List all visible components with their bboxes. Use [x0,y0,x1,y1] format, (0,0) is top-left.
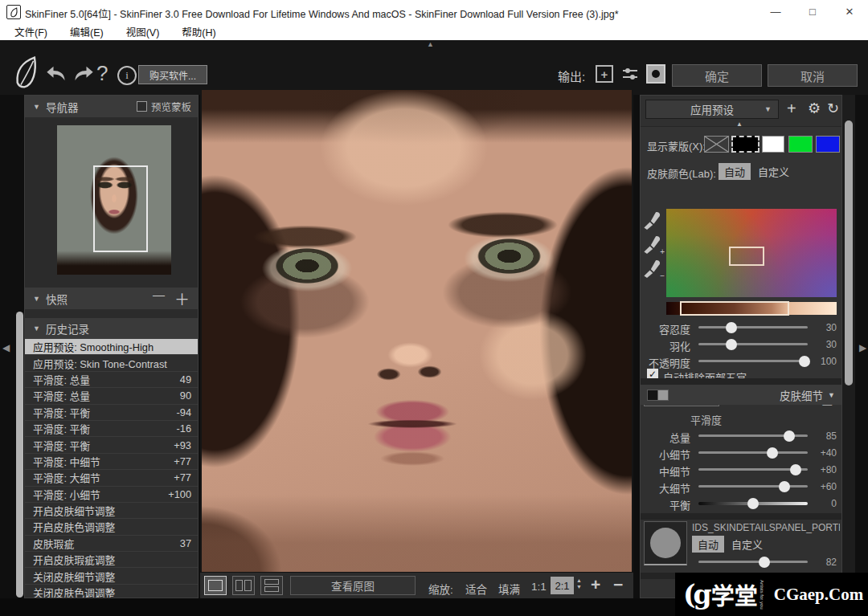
amount-slider-thumb[interactable] [784,430,795,442]
history-row[interactable]: 平滑度: 小细节+100 [25,487,198,503]
luminance-bar[interactable] [666,302,837,315]
history-row[interactable]: 平滑度: 大细节+77 [25,470,198,486]
view-single-button[interactable] [204,576,227,595]
large-detail-slider[interactable] [698,485,808,487]
history-row[interactable]: 开启皮肤色调调整 [25,519,198,535]
history-row[interactable]: 应用预设: Skin Tone-Contrast [25,355,198,371]
close-button[interactable]: ✕ [831,0,868,22]
menu-view[interactable]: 视图(V) [115,24,171,39]
cancel-button[interactable]: 取消 [768,64,858,87]
buy-software-button[interactable]: 购买软件... [138,65,207,84]
snapshots-collapse-icon[interactable]: ▼ [33,295,40,303]
eyedropper-add-icon[interactable]: + [642,235,663,255]
history-collapse-icon[interactable]: ▼ [33,324,40,332]
history-row[interactable]: 开启皮肤瑕疵调整 [25,552,198,568]
history-row[interactable]: 平滑度: 中细节+77 [25,454,198,470]
preview-mask-checkbox-box[interactable] [137,101,147,112]
eyedropper-remove-icon[interactable]: − [642,259,663,279]
small-detail-slider-thumb[interactable] [767,447,778,459]
menu-file[interactable]: 文件(F) [0,24,59,39]
mask-color-blue-swatch[interactable] [816,136,840,153]
medium-detail-slider-thumb[interactable] [790,464,801,475]
zoom-out-button[interactable]: − [613,575,623,594]
history-row[interactable]: 平滑度: 总量49 [25,372,198,388]
mask-color-none-swatch[interactable] [704,136,729,153]
history-more-icon[interactable]: ▾ [108,588,111,595]
balance-slider-thumb[interactable] [747,498,759,509]
zoom-fit-option[interactable]: 适合 [465,581,487,597]
skin-detail-header[interactable]: 皮肤细节 ▼ [641,385,841,405]
skin-color-auto-button[interactable]: 自动 [719,163,751,180]
portrait-auto-button[interactable]: 自动 [692,536,724,553]
history-header[interactable]: ▼ 历史记录 [25,318,198,339]
preset-refresh-icon[interactable]: ↻ [827,100,839,117]
undo-button[interactable] [45,64,68,87]
mask-color-white-swatch[interactable] [762,136,784,153]
preset-gear-icon[interactable]: ⚙ [808,100,821,117]
view-split-vertical-button[interactable] [232,576,255,595]
skin-color-field[interactable] [666,209,837,297]
snapshot-remove-icon[interactable]: — [153,288,165,309]
amount-slider[interactable] [698,434,808,437]
help-icon[interactable]: ? [96,61,108,86]
photo-preview[interactable] [202,90,632,572]
skin-detail-collapse-icon[interactable]: ▼ [828,391,835,399]
history-row[interactable]: 皮肤瑕疵37 [25,536,198,552]
history-row[interactable]: 关闭皮肤色调调整 [25,585,198,598]
small-detail-slider[interactable] [698,451,808,454]
info-icon[interactable]: i [117,66,137,85]
history-row[interactable]: 开启皮肤细节调整 [25,503,198,519]
collapse-right-panel-icon[interactable]: ▶ [859,342,866,353]
portrait-custom-button[interactable]: 自定义 [726,536,768,553]
history-row[interactable]: 平滑度: 平衡-94 [25,405,198,421]
balance-slider[interactable] [698,502,808,505]
preview-mask-checkbox[interactable]: 预览蒙板 [137,99,191,114]
navigator-collapse-icon[interactable]: ▼ [33,103,40,111]
menu-edit[interactable]: 编辑(E) [59,24,115,39]
skin-detail-toggle[interactable] [647,390,669,401]
snapshot-add-icon[interactable]: ＋ [174,288,190,309]
mask-color-green-swatch[interactable] [788,136,813,153]
mask-color-black-swatch-selected[interactable] [731,136,760,153]
menu-help[interactable]: 帮助(H) [170,24,227,39]
zoom-1-1-option[interactable]: 1:1 [531,581,547,593]
output-preview-icon[interactable] [646,64,665,84]
right-scrollbar[interactable] [845,120,853,386]
eyedropper-icon[interactable] [642,210,663,231]
history-row[interactable]: 平滑度: 总量90 [25,388,198,404]
ok-button[interactable]: 确定 [672,64,762,87]
output-add-icon[interactable]: + [595,64,614,84]
collapse-top-arrow-icon[interactable]: ▲ [427,40,434,48]
opacity-slider-thumb[interactable] [799,356,810,367]
collapse-left-panel-icon[interactable]: ◀ [2,342,10,353]
zoom-fill-option[interactable]: 填满 [498,581,520,597]
zoom-spinner[interactable]: ▲ ▼ [576,577,582,589]
navigator-header[interactable]: ▼ 导航器 预览蒙板 [25,96,198,117]
opacity-slider[interactable] [698,360,808,362]
tolerance-slider[interactable] [698,326,808,328]
zoom-in-button[interactable]: + [591,575,600,594]
output-settings-icon[interactable] [620,64,640,84]
portrait-slider-thumb[interactable] [759,557,770,568]
skin-color-selection-rect[interactable] [729,247,764,266]
left-scrollbar[interactable] [16,312,23,598]
apply-preset-dropdown[interactable]: 应用预设 ▼ [645,100,779,119]
feather-slider-thumb[interactable] [726,339,737,350]
snapshots-header[interactable]: ▼ 快照 — ＋ [25,288,198,309]
medium-detail-slider[interactable] [698,468,808,471]
view-original-button[interactable]: 查看原图 [290,576,416,595]
luminance-selection-rect[interactable] [680,301,789,316]
history-row[interactable]: 关闭皮肤细节调整 [25,568,198,584]
tolerance-slider-thumb[interactable] [726,322,737,333]
feather-slider[interactable] [698,343,808,345]
view-split-horizontal-button[interactable] [260,576,283,595]
zoom-2-1-option-selected[interactable]: 2:1 [551,577,574,594]
history-row[interactable]: 应用预设: Smoothing-High [25,339,198,355]
history-row[interactable]: 平滑度: 平衡-16 [25,421,198,437]
large-detail-slider-thumb[interactable] [779,481,790,492]
preset-add-icon[interactable]: + [787,100,796,118]
portrait-slider[interactable] [698,561,808,563]
redo-button[interactable] [72,64,95,87]
minimize-button[interactable]: — [757,0,794,22]
maximize-button[interactable]: □ [794,0,831,22]
